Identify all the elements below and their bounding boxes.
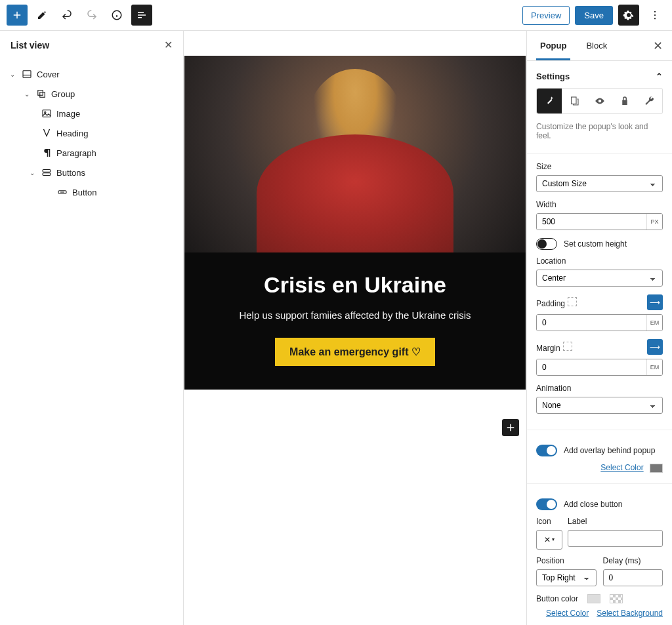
- heading-icon: [41, 127, 52, 139]
- tree-item-buttons[interactable]: ⌄ Buttons: [3, 163, 180, 182]
- redo-button[interactable]: [81, 5, 102, 26]
- group-icon: [35, 88, 47, 100]
- overlay-label: Add overlay behind popup: [564, 446, 655, 455]
- more-menu-button[interactable]: [644, 5, 665, 26]
- width-label: Width: [536, 200, 663, 209]
- custom-height-label: Set custom height: [564, 239, 627, 249]
- margin-box-icon: [563, 342, 572, 351]
- cover-paragraph[interactable]: Help us support famiies affected by the …: [198, 310, 513, 321]
- subtab-advanced[interactable]: [637, 89, 662, 113]
- subtab-appearance[interactable]: [537, 89, 562, 113]
- button-color-swatch[interactable]: [587, 594, 600, 603]
- close-sidebar[interactable]: ✕: [653, 39, 663, 53]
- save-button[interactable]: Save: [575, 6, 613, 25]
- settings-gear-button[interactable]: [618, 5, 639, 26]
- svg-rect-10: [43, 173, 51, 176]
- lock-icon: [619, 95, 631, 107]
- close-label-label: Label: [568, 517, 663, 526]
- button-bg-swatch[interactable]: [610, 594, 623, 603]
- padding-box-icon: [568, 297, 577, 306]
- list-view-toggle[interactable]: [131, 5, 152, 26]
- padding-label: Padding: [536, 299, 565, 308]
- animation-label: Animation: [536, 384, 663, 393]
- overlay-toggle[interactable]: [536, 445, 557, 456]
- button-select-background[interactable]: Select Background: [597, 609, 663, 618]
- editor-canvas[interactable]: Crisis en Ukraine Help us support famiie…: [184, 31, 526, 625]
- close-position-label: Position: [536, 556, 597, 565]
- svg-rect-12: [572, 97, 577, 104]
- cover-block[interactable]: Crisis en Ukraine Help us support famiie…: [184, 56, 526, 390]
- cover-heading[interactable]: Crisis en Ukraine: [198, 272, 513, 298]
- svg-rect-6: [40, 92, 45, 98]
- preview-button[interactable]: Preview: [522, 6, 570, 25]
- settings-subtab-row: [536, 88, 663, 114]
- tree-item-heading[interactable]: Heading: [3, 123, 180, 143]
- size-label: Size: [536, 162, 663, 171]
- chevron-down-icon[interactable]: ⌄: [8, 70, 17, 79]
- tree-item-paragraph[interactable]: Paragraph: [3, 143, 180, 163]
- paragraph-icon: [41, 147, 52, 159]
- close-delay-label: Delay (ms): [603, 556, 663, 565]
- wand-icon: [543, 95, 555, 107]
- padding-link-toggle[interactable]: ⟶: [647, 294, 663, 310]
- eye-icon: [594, 95, 606, 107]
- close-position-select[interactable]: Top Right: [536, 569, 597, 586]
- undo-button[interactable]: [56, 5, 77, 26]
- close-delay-input[interactable]: [603, 569, 663, 586]
- width-input[interactable]: [537, 214, 646, 230]
- gear-icon: [623, 9, 635, 21]
- svg-point-2: [654, 14, 656, 16]
- button-color-label: Button color: [536, 594, 578, 603]
- close-list-view[interactable]: ✕: [164, 39, 173, 51]
- subtab-visibility[interactable]: [587, 89, 612, 113]
- cover-icon: [21, 68, 33, 80]
- add-block-button[interactable]: [7, 5, 28, 26]
- settings-hint: Customize the popup's look and feel.: [536, 122, 663, 140]
- tree-item-cover[interactable]: ⌄ Cover: [3, 64, 180, 84]
- close-icon-picker[interactable]: ✕ ▾: [536, 530, 562, 550]
- cta-button[interactable]: Make an emergency gift ♡: [275, 338, 435, 366]
- button-select-color[interactable]: Select Color: [546, 609, 589, 618]
- location-label: Location: [536, 256, 663, 266]
- margin-link-toggle[interactable]: ⟶: [647, 339, 663, 355]
- tab-popup[interactable]: Popup: [536, 31, 570, 60]
- subtab-security[interactable]: [612, 89, 637, 113]
- tree-item-group[interactable]: ⌄ Group: [3, 84, 180, 104]
- info-button[interactable]: [106, 5, 127, 26]
- svg-rect-5: [38, 91, 43, 96]
- image-icon: [41, 108, 52, 119]
- tree-item-button[interactable]: Button: [3, 182, 180, 202]
- chevron-down-icon[interactable]: ⌄: [28, 168, 37, 177]
- close-button-label: Add close button: [564, 500, 622, 509]
- animation-select[interactable]: None: [536, 397, 663, 414]
- svg-rect-4: [23, 71, 31, 78]
- svg-point-3: [654, 18, 656, 19]
- copy-icon: [568, 95, 580, 107]
- svg-rect-9: [43, 170, 51, 172]
- padding-unit[interactable]: EM: [646, 315, 662, 331]
- close-label-input[interactable]: [568, 530, 663, 547]
- tree-item-image[interactable]: Image: [3, 104, 180, 123]
- overlay-color-swatch[interactable]: [650, 464, 663, 473]
- append-block-button[interactable]: [502, 419, 519, 436]
- edit-tool-button[interactable]: [32, 5, 52, 26]
- chevron-down-icon[interactable]: ⌄: [22, 89, 32, 98]
- settings-section-header[interactable]: Settings ⌃: [536, 69, 663, 88]
- overlay-select-color[interactable]: Select Color: [600, 463, 643, 472]
- margin-input[interactable]: [537, 359, 646, 375]
- top-toolbar: Preview Save: [0, 0, 672, 31]
- svg-point-1: [654, 11, 656, 12]
- close-button-toggle[interactable]: [536, 498, 557, 510]
- margin-unit[interactable]: EM: [646, 359, 662, 375]
- cover-image[interactable]: [184, 56, 526, 252]
- wrench-icon: [644, 95, 656, 107]
- width-unit[interactable]: PX: [646, 214, 662, 230]
- location-select[interactable]: Center: [536, 270, 663, 287]
- size-select[interactable]: Custom Size: [536, 175, 663, 192]
- margin-label: Margin: [536, 344, 560, 353]
- padding-input[interactable]: [537, 315, 646, 331]
- list-view-panel: List view ✕ ⌄ Cover ⌄ Group Image Headin…: [0, 31, 184, 625]
- tab-block[interactable]: Block: [582, 31, 611, 60]
- custom-height-toggle[interactable]: [536, 238, 557, 250]
- subtab-pages[interactable]: [562, 89, 587, 113]
